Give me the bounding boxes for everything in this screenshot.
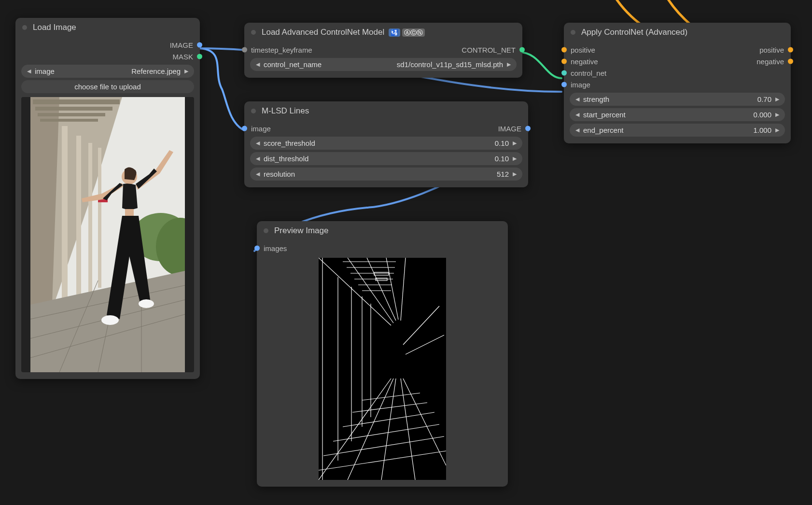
svg-line-52 bbox=[352, 403, 427, 412]
arrow-left-icon[interactable]: ◀ bbox=[574, 112, 581, 118]
widget-value: Reference.jpeg bbox=[55, 67, 181, 75]
collapse-dot-icon[interactable] bbox=[264, 228, 268, 233]
node-header[interactable]: Preview Image bbox=[257, 221, 508, 239]
svg-point-24 bbox=[139, 299, 154, 308]
end-percent-widget[interactable]: ◀ end_percent 1.000 ▶ bbox=[570, 124, 785, 137]
node-preview-image[interactable]: Preview Image images bbox=[257, 221, 508, 487]
node-title: Load Image bbox=[33, 23, 76, 32]
arrow-right-icon[interactable]: ▶ bbox=[511, 140, 518, 146]
arrow-left-icon[interactable]: ◀ bbox=[254, 140, 262, 146]
output-label-positive: positive bbox=[759, 46, 784, 54]
node-apply-controlnet[interactable]: Apply ControlNet (Advanced) positive pos… bbox=[564, 23, 791, 143]
input-port-controlnet[interactable] bbox=[561, 70, 567, 76]
image-preview bbox=[21, 97, 194, 372]
output-label-image: IMAGE bbox=[498, 125, 521, 133]
svg-rect-4 bbox=[76, 136, 81, 309]
collapse-dot-icon[interactable] bbox=[571, 30, 575, 35]
arrow-right-icon[interactable]: ▶ bbox=[511, 155, 518, 162]
strength-widget[interactable]: ◀ strength 0.70 ▶ bbox=[570, 93, 785, 106]
widget-label: control_net_name bbox=[264, 60, 322, 69]
output-label-image: IMAGE bbox=[170, 41, 193, 49]
arrow-left-icon[interactable]: ◀ bbox=[254, 171, 262, 177]
arrow-left-icon[interactable]: ◀ bbox=[574, 127, 581, 133]
arrow-right-icon[interactable]: ▶ bbox=[773, 112, 781, 118]
score-threshold-widget[interactable]: ◀ score_threshold 0.10 ▶ bbox=[250, 137, 522, 150]
widget-value: 0.000 bbox=[626, 111, 771, 119]
arrow-right-icon[interactable]: ▶ bbox=[773, 127, 781, 133]
collapse-dot-icon[interactable] bbox=[251, 30, 256, 35]
node-header[interactable]: Apply ControlNet (Advanced) bbox=[564, 23, 791, 41]
node-header[interactable]: Load Image bbox=[15, 18, 200, 36]
arrow-right-icon[interactable]: ▶ bbox=[505, 61, 513, 68]
image-selector-widget[interactable]: ◀ image Reference.jpeg ▶ bbox=[21, 65, 194, 78]
widget-value: 0.10 bbox=[308, 154, 509, 163]
input-port-image[interactable] bbox=[561, 82, 567, 87]
arrow-right-icon[interactable]: ▶ bbox=[182, 68, 190, 74]
input-port-images[interactable] bbox=[254, 246, 260, 251]
resolution-widget[interactable]: ◀ resolution 512 ▶ bbox=[250, 168, 522, 181]
svg-line-41 bbox=[403, 306, 439, 345]
output-port-controlnet[interactable] bbox=[519, 47, 525, 53]
arrow-left-icon[interactable]: ◀ bbox=[254, 155, 262, 162]
output-port-image[interactable] bbox=[197, 42, 202, 48]
svg-line-47 bbox=[403, 379, 446, 465]
widget-label: start_percent bbox=[583, 111, 626, 119]
input-port-negative[interactable] bbox=[561, 59, 567, 64]
widget-value: 512 bbox=[295, 170, 509, 178]
upload-button-label: choose file to upload bbox=[74, 83, 141, 91]
input-label-negative: negative bbox=[571, 57, 598, 66]
controlnet-name-widget[interactable]: ◀ control_net_name sd1/control_v11p_sd15… bbox=[250, 58, 517, 71]
widget-value: 1.000 bbox=[623, 126, 771, 134]
badge-acn-icon: ⒶⒸⓃ bbox=[402, 28, 425, 37]
input-port-timestep[interactable] bbox=[242, 47, 247, 53]
input-label-image: image bbox=[571, 81, 590, 89]
node-header[interactable]: Load Advanced ControlNet Model 🛂ⒶⒸⓃ bbox=[244, 23, 522, 41]
svg-line-51 bbox=[343, 412, 434, 427]
output-port-image[interactable] bbox=[525, 126, 531, 131]
svg-line-45 bbox=[381, 379, 396, 480]
input-port-positive[interactable] bbox=[561, 47, 567, 53]
collapse-dot-icon[interactable] bbox=[251, 109, 256, 113]
svg-rect-3 bbox=[62, 126, 68, 319]
svg-rect-5 bbox=[88, 143, 92, 297]
node-load-controlnet[interactable]: Load Advanced ControlNet Model 🛂ⒶⒸⓃ time… bbox=[244, 23, 522, 78]
collapse-dot-icon[interactable] bbox=[22, 25, 27, 30]
input-label-image: image bbox=[251, 125, 271, 133]
arrow-right-icon[interactable]: ▶ bbox=[773, 96, 781, 102]
widget-value: 0.70 bbox=[609, 95, 771, 103]
svg-rect-8 bbox=[35, 107, 112, 111]
dist-threshold-widget[interactable]: ◀ dist_threshold 0.10 ▶ bbox=[250, 152, 522, 165]
widget-value: sd1/control_v11p_sd15_mlsd.pth bbox=[322, 60, 503, 69]
widget-label: image bbox=[35, 67, 55, 75]
svg-line-42 bbox=[406, 335, 444, 354]
output-port-mask[interactable] bbox=[197, 54, 202, 59]
arrow-left-icon[interactable]: ◀ bbox=[25, 68, 33, 74]
svg-line-49 bbox=[323, 436, 444, 456]
node-load-image[interactable]: Load Image IMAGE MASK ◀ image Reference.… bbox=[15, 18, 200, 379]
node-title: Apply ControlNet (Advanced) bbox=[581, 28, 687, 37]
badge-icon: 🛂 bbox=[389, 28, 400, 37]
input-label-images: images bbox=[264, 244, 287, 252]
svg-line-34 bbox=[401, 258, 406, 321]
input-label-timestep: timestep_keyframe bbox=[251, 46, 312, 54]
widget-label: resolution bbox=[264, 170, 295, 178]
output-port-positive[interactable] bbox=[788, 47, 793, 53]
node-title: Load Advanced ControlNet Model 🛂ⒶⒸⓃ bbox=[262, 28, 425, 37]
arrow-right-icon[interactable]: ▶ bbox=[511, 171, 518, 177]
node-header[interactable]: M-LSD Lines bbox=[244, 101, 528, 120]
svg-rect-9 bbox=[38, 113, 105, 116]
output-port-negative[interactable] bbox=[788, 59, 793, 64]
input-port-image[interactable] bbox=[242, 126, 247, 131]
widget-value: 0.10 bbox=[315, 139, 509, 147]
node-mlsd[interactable]: M-LSD Lines image IMAGE ◀ score_threshol… bbox=[244, 101, 528, 187]
arrow-left-icon[interactable]: ◀ bbox=[254, 61, 262, 68]
output-label-controlnet: CONTROL_NET bbox=[462, 46, 516, 54]
output-label-mask: MASK bbox=[172, 53, 193, 61]
node-title: Preview Image bbox=[274, 226, 328, 236]
svg-line-50 bbox=[333, 424, 439, 441]
input-label-positive: positive bbox=[571, 46, 595, 54]
arrow-left-icon[interactable]: ◀ bbox=[574, 96, 581, 102]
output-label-negative: negative bbox=[756, 57, 784, 66]
upload-button[interactable]: choose file to upload bbox=[21, 80, 194, 93]
start-percent-widget[interactable]: ◀ start_percent 0.000 ▶ bbox=[570, 108, 785, 121]
